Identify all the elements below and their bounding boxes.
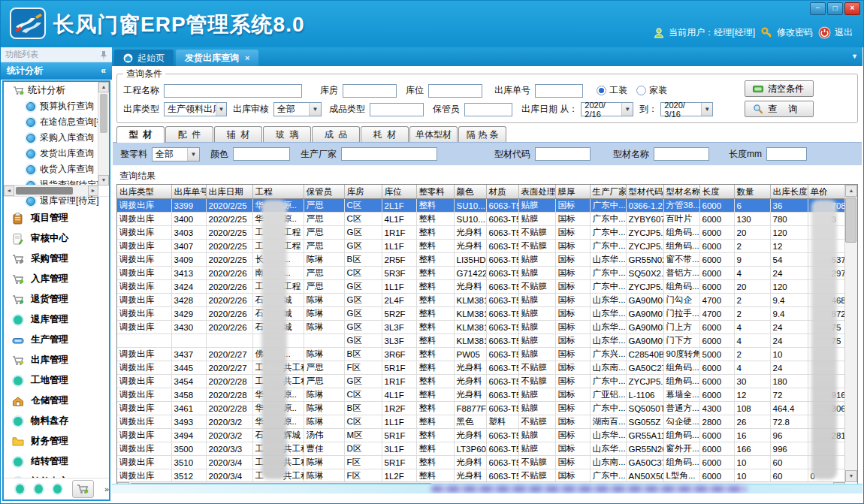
column-header[interactable]: 膜厚 bbox=[555, 185, 590, 199]
date-from-select[interactable]: 2020/ 2/16▼ bbox=[581, 102, 633, 116]
tab-shipment-query[interactable]: 发货出库查询 × bbox=[176, 50, 258, 66]
column-header[interactable]: 材质 bbox=[486, 185, 518, 199]
tab-close-icon[interactable]: × bbox=[245, 53, 249, 62]
table-row[interactable]: G区3L3F整料KLM38176063-T5贴膜国标山东华...GA90M09.… bbox=[117, 334, 845, 348]
sidebar-item-出库管理[interactable]: 出库管理 bbox=[4, 350, 109, 370]
material-tab[interactable]: 玻 璃 bbox=[263, 126, 311, 142]
table-row[interactable]: 调拨出库34002020/2/25华原..严思C区4L1F整料SU10...60… bbox=[117, 213, 845, 226]
tree-item[interactable]: 发货出库查询 bbox=[4, 146, 109, 161]
material-tab[interactable]: 成 品 bbox=[312, 126, 360, 142]
column-header[interactable]: 长度 bbox=[699, 185, 734, 199]
table-row[interactable]: 调拨出库34072020/2/25工工程严思G区1L1F整料光身料6063-T5… bbox=[117, 240, 845, 253]
sidebar-item-退货管理[interactable]: 退货管理 bbox=[4, 289, 109, 309]
column-header[interactable]: 单价 bbox=[808, 185, 844, 199]
material-tab[interactable]: 隔 热 条 bbox=[458, 126, 506, 142]
column-header[interactable]: 型材代码 bbox=[626, 185, 663, 199]
sidebar-item-生产管理[interactable]: 生产管理 bbox=[4, 330, 109, 350]
column-header[interactable]: 出库单号 bbox=[171, 185, 206, 199]
table-row[interactable]: 调拨出库34612020/2/28华原..陈琳B区1R2F整料F8877FT60… bbox=[117, 402, 845, 415]
sidebar-item-采购管理[interactable]: 采购管理 bbox=[4, 249, 109, 269]
table-row[interactable]: 调拨出库34032020/2/25工工程严思G区1R1F整料光身料6063-T5… bbox=[117, 226, 845, 240]
tab-home[interactable]: 起始页 bbox=[114, 50, 174, 66]
column-header[interactable]: 型材名称 bbox=[663, 185, 699, 199]
table-row[interactable]: 调拨出库34292020/2/26石城陈琳G区5R2F整料KLM38176063… bbox=[117, 307, 845, 321]
material-tab[interactable]: 单体型材 bbox=[409, 126, 458, 142]
project-name-input[interactable] bbox=[164, 84, 302, 98]
column-header[interactable]: 整零料 bbox=[416, 185, 454, 199]
column-header[interactable]: 保管员 bbox=[304, 185, 344, 199]
table-row[interactable]: 调拨出库34302020/2/26石城陈琳G区3L3F整料KLM38176063… bbox=[117, 321, 845, 334]
logout-button[interactable]: 退出 bbox=[818, 26, 853, 39]
column-header[interactable]: 出库类型 bbox=[117, 185, 171, 199]
sidebar-item-仓储管理[interactable]: 仓储管理 bbox=[4, 391, 109, 411]
column-header[interactable]: 出库日期 bbox=[206, 185, 252, 199]
overflow-chevron[interactable]: » bbox=[104, 484, 109, 493]
sidebar-item-物料盘存[interactable]: 物料盘存 bbox=[4, 411, 109, 431]
column-header[interactable]: 库位 bbox=[382, 185, 416, 199]
circle-icon[interactable] bbox=[53, 484, 62, 493]
tab-list-dropdown-icon[interactable]: ▼ bbox=[851, 53, 858, 60]
material-tab[interactable]: 辅 材 bbox=[214, 126, 262, 142]
maximize-button[interactable]: □ bbox=[827, 2, 843, 15]
tree-item[interactable]: 在途信息查询[待 bbox=[4, 114, 109, 130]
clear-conditions-button[interactable]: 清空条件 bbox=[745, 80, 814, 97]
sidebar-item-审核中心[interactable]: 审核中心 bbox=[4, 228, 109, 249]
column-header[interactable]: 数量 bbox=[734, 185, 770, 199]
out-type-select[interactable]: 生产领料出库▼ bbox=[164, 102, 227, 116]
whole-select[interactable]: 全部▼ bbox=[152, 147, 200, 161]
table-row[interactable]: 调拨出库34092020/2/25长...陈琳B区2R5F整料LI35HD606… bbox=[117, 253, 845, 267]
table-row[interactable]: 调拨出库35102020/3/4工共工程陈琳F区5R1F整料光身料6063-T5… bbox=[117, 456, 845, 469]
product-type-input[interactable] bbox=[370, 103, 424, 116]
tree-item[interactable]: 采购入库查询 bbox=[4, 130, 109, 146]
room-input[interactable] bbox=[343, 84, 397, 98]
table-row[interactable]: 调拨出库34372020/2/27佛...陈琳B区3R6F整料PW056063-… bbox=[117, 348, 845, 361]
sidebar-item-财务管理[interactable]: 财务管理 bbox=[4, 431, 109, 451]
table-row[interactable]: 调拨出库34942020/3/2石辉城汤伟M区5R1F整料光身料6063-T5贴… bbox=[117, 429, 845, 442]
material-tab[interactable]: 型 材 bbox=[116, 126, 165, 143]
table-row[interactable]: 调拨出库34132020/2/26南...严思C区5R3F整料G71422606… bbox=[117, 267, 845, 280]
radio-gongzhuang[interactable]: 工装 bbox=[597, 84, 627, 97]
tree-horizontal-scrollbar[interactable]: ◄ ► bbox=[4, 185, 98, 196]
material-tab[interactable]: 配 件 bbox=[165, 126, 213, 142]
sidebar-item-入库管理[interactable]: 入库管理 bbox=[4, 269, 109, 289]
name-input[interactable] bbox=[654, 147, 709, 161]
color-input[interactable] bbox=[233, 147, 290, 161]
keeper-input[interactable] bbox=[464, 103, 512, 116]
change-password-button[interactable]: 修改密码 bbox=[760, 26, 813, 39]
tree-root[interactable]: 统计分析 bbox=[4, 82, 109, 98]
sidebar-item-退库管理[interactable]: 退库管理 bbox=[4, 309, 109, 330]
table-row[interactable]: 调拨出库34452020/2/27工共工程严思F区5R1F整料光身料6063-T… bbox=[117, 361, 845, 375]
audit-select[interactable]: 全部▼ bbox=[273, 102, 322, 116]
sidebar-item-项目管理[interactable]: 项目管理 bbox=[4, 208, 109, 228]
cart-button[interactable] bbox=[72, 480, 94, 498]
location-input[interactable] bbox=[428, 84, 482, 98]
pin-icon[interactable] bbox=[100, 50, 107, 59]
column-header[interactable]: 出库长度 bbox=[770, 185, 808, 199]
table-row[interactable]: 调拨出库35002020/3/3工共工程曹佳D区3L1F整料LT3P606063… bbox=[117, 442, 845, 456]
maker-input[interactable] bbox=[341, 147, 437, 161]
radio-jiazhuang[interactable]: 家装 bbox=[636, 84, 667, 97]
column-header[interactable]: 表面处理 bbox=[518, 185, 555, 199]
tree-vertical-scrollbar[interactable]: ▲ ▼ bbox=[98, 82, 109, 186]
order-no-input[interactable] bbox=[535, 84, 583, 98]
table-row[interactable]: 调拨出库34542020/2/28工共工程严思G区1R1F整料光身料6063-T… bbox=[117, 375, 845, 388]
code-input[interactable] bbox=[535, 147, 591, 161]
column-header[interactable]: 生产厂家 bbox=[590, 185, 626, 199]
circle-icon[interactable] bbox=[16, 484, 24, 493]
collapse-icon[interactable]: « bbox=[101, 62, 106, 80]
table-row[interactable]: 调拨出库33992020/2/25华原..严思C区2L1F整料SU10...60… bbox=[117, 199, 845, 213]
material-tab[interactable]: 耗 材 bbox=[361, 126, 409, 142]
column-header[interactable]: 工程 bbox=[252, 185, 304, 199]
section-header[interactable]: 统计分析 « bbox=[1, 62, 112, 80]
sidebar-item-工地管理[interactable]: 工地管理 bbox=[4, 370, 109, 391]
table-row[interactable]: 调拨出库34582020/2/28华原..陈琳C区4L1F整料光身料6063-T… bbox=[117, 388, 845, 402]
column-header[interactable]: 库房 bbox=[344, 185, 382, 199]
length-input[interactable] bbox=[766, 147, 807, 161]
table-row[interactable]: 调拨出库35122020/3/4工共工程陈琳F区1L2F整料光身料6063-T5… bbox=[117, 469, 845, 483]
table-row[interactable]: 调拨出库34242020/2/26工工程严思G区1L1F整料光身料6063-T5… bbox=[117, 280, 845, 294]
grid-vertical-scrollbar[interactable]: ▲ ▼ bbox=[844, 185, 857, 482]
close-button[interactable]: × bbox=[844, 2, 860, 15]
column-header[interactable]: 颜色 bbox=[454, 185, 486, 199]
minimize-button[interactable]: − bbox=[810, 2, 826, 15]
tree-item[interactable]: 收货入库查询 bbox=[4, 161, 109, 177]
